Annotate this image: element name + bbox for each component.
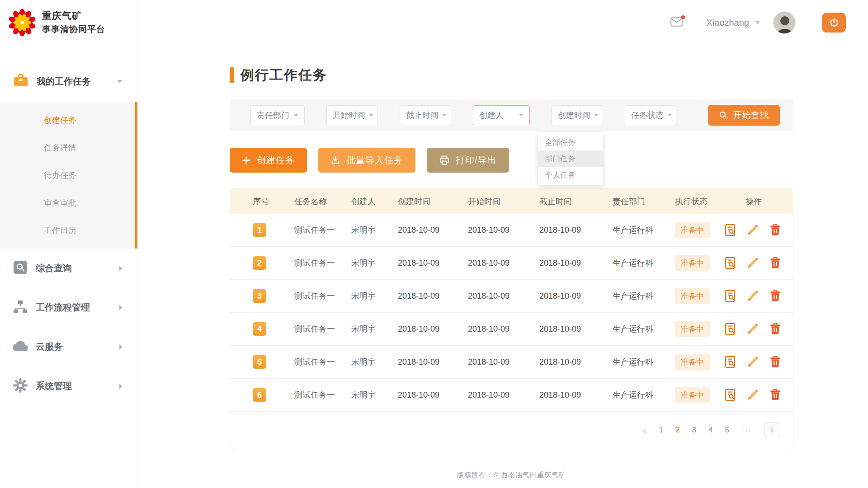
file-search-icon <box>723 289 737 303</box>
user-menu[interactable]: Xiaozhang <box>706 18 760 28</box>
plus-icon <box>242 156 251 165</box>
table-body: 1 测试任务一 宋明宇 2018-10-09 2018-10-09 2018-1… <box>230 214 793 412</box>
submenu-item-review-approve[interactable]: 审查审批 <box>0 189 137 216</box>
view-detail-button[interactable] <box>723 355 737 369</box>
delete-button[interactable] <box>768 256 783 270</box>
view-detail-button[interactable] <box>723 223 737 237</box>
page-number[interactable]: 1 <box>659 426 663 435</box>
cell-dept: 生产运行科 <box>613 324 675 334</box>
logout-power-button[interactable] <box>822 13 846 33</box>
power-icon <box>829 18 839 28</box>
brand-text: 重庆气矿 事事清协同平台 <box>42 9 105 35</box>
create-task-button[interactable]: 创建任务 <box>230 148 307 173</box>
cell-actions <box>723 355 793 369</box>
delete-button[interactable] <box>768 223 783 237</box>
page-number[interactable]: 4 <box>708 426 712 435</box>
edit-button[interactable] <box>745 223 760 237</box>
view-detail-button[interactable] <box>723 322 737 336</box>
delete-button[interactable] <box>768 322 783 336</box>
delete-button[interactable] <box>768 388 783 402</box>
cell-dept: 生产运行科 <box>613 357 675 367</box>
submenu-item-create-task[interactable]: 创建任务 <box>0 106 137 134</box>
cell-due-time: 2018-10-09 <box>539 291 613 301</box>
cell-start-time: 2018-10-09 <box>468 390 539 400</box>
cell-created-time: 2018-10-09 <box>398 390 468 400</box>
chevron-right-icon <box>119 344 123 350</box>
delete-button[interactable] <box>768 355 783 369</box>
edit-button[interactable] <box>745 322 760 336</box>
filter-select-dept[interactable]: 责任部门 <box>250 105 305 125</box>
mail-button[interactable] <box>670 17 683 28</box>
file-search-icon <box>723 355 737 369</box>
cell-task-name: 测试任务一 <box>294 357 351 367</box>
pencil-icon <box>746 289 760 303</box>
filter-select-end-time[interactable]: 截止时间 <box>400 105 451 125</box>
page-number[interactable]: 5 <box>725 426 729 435</box>
view-detail-button[interactable] <box>723 388 737 402</box>
batch-import-button[interactable]: 批量导入任务 <box>318 148 415 173</box>
dropdown-option[interactable]: 全部任务 <box>538 134 603 150</box>
dropdown-option[interactable]: 部门任务 <box>538 150 603 167</box>
sidebar: 重庆气矿 事事清协同平台 我的工作任务 创建任务 任务详情 待办 <box>0 0 137 488</box>
sidebar-item-cloud[interactable]: 云服务 <box>0 327 137 366</box>
chevron-down-icon <box>369 114 373 117</box>
submenu-item-task-detail[interactable]: 任务详情 <box>0 134 137 161</box>
delete-button[interactable] <box>768 289 783 303</box>
view-detail-button[interactable] <box>723 289 737 303</box>
trash-icon <box>769 223 782 237</box>
notification-dot <box>681 15 685 19</box>
pencil-icon <box>746 223 760 237</box>
avatar[interactable] <box>773 11 796 34</box>
next-page-button[interactable]: › <box>764 422 780 438</box>
cell-task-name: 测试任务一 <box>294 258 351 268</box>
cell-no: 1 <box>253 223 294 237</box>
filter-select-start-time[interactable]: 开始时间 <box>326 105 378 125</box>
prev-page-button[interactable]: ‹ <box>643 424 647 436</box>
cell-creator: 宋明宇 <box>351 225 398 235</box>
submenu-item-todo-task[interactable]: 待办任务 <box>0 161 137 189</box>
submenu-item-work-calendar[interactable]: 工作日历 <box>0 216 137 244</box>
edit-button[interactable] <box>745 355 760 369</box>
pencil-icon <box>746 388 760 402</box>
page-ellipsis: ··· <box>741 426 752 435</box>
table-row: 5 测试任务一 宋明宇 2018-10-09 2018-10-09 2018-1… <box>230 346 793 379</box>
username: Xiaozhang <box>706 18 749 28</box>
edit-button[interactable] <box>745 256 760 270</box>
content: 例行工作任务 责任部门 开始时间 截止时间 创建人 <box>137 45 868 479</box>
chevron-down-icon <box>294 114 298 117</box>
page-number[interactable]: 3 <box>692 426 696 435</box>
page-number[interactable]: 2 <box>675 426 679 435</box>
trash-icon <box>769 256 782 270</box>
filter-select-create-time[interactable]: 创建时间 <box>552 105 603 125</box>
view-detail-button[interactable] <box>723 256 737 270</box>
table-row: 6 测试任务一 宋明宇 2018-10-09 2018-10-09 2018-1… <box>230 379 793 412</box>
cell-no: 3 <box>253 289 294 303</box>
chevron-down-icon <box>594 114 599 117</box>
filter-select-status[interactable]: 任务状态 <box>625 105 676 125</box>
brand: 重庆气矿 事事清协同平台 <box>0 0 137 45</box>
sidebar-item-my-tasks[interactable]: 我的工作任务 <box>0 61 137 102</box>
table-header: 序号 任务名称 创建人 创建时间 开始时间 截止时间 责任部门 执行状态 操作 <box>230 189 793 214</box>
cell-creator: 宋明宇 <box>351 291 398 301</box>
sidebar-item-query[interactable]: 综合查询 <box>0 249 137 288</box>
sidebar-item-label: 工作流程管理 <box>36 301 90 314</box>
copyright-footer: 版权所有：© 西南油气田重庆气矿 <box>230 471 793 479</box>
edit-button[interactable] <box>745 388 760 402</box>
table-row: 1 测试任务一 宋明宇 2018-10-09 2018-10-09 2018-1… <box>230 214 793 247</box>
search-button[interactable]: 开始查找 <box>708 105 780 126</box>
filter-select-creator[interactable]: 创建人 <box>473 105 530 125</box>
cell-no: 4 <box>253 322 294 336</box>
file-search-icon <box>723 223 737 237</box>
cell-due-time: 2018-10-09 <box>539 390 613 400</box>
cell-due-time: 2018-10-09 <box>539 324 613 334</box>
sitemap-icon <box>13 299 28 316</box>
dropdown-option[interactable]: 个人任务 <box>538 167 603 183</box>
sidebar-item-system[interactable]: 系统管理 <box>0 366 137 406</box>
mail-icon <box>670 17 683 27</box>
cell-actions <box>723 388 793 402</box>
sidebar-item-workflow[interactable]: 工作流程管理 <box>0 288 137 327</box>
print-export-button[interactable]: 打印/导出 <box>427 148 509 173</box>
cell-due-time: 2018-10-09 <box>539 225 613 235</box>
edit-button[interactable] <box>745 289 760 303</box>
search-square-icon <box>13 260 28 277</box>
